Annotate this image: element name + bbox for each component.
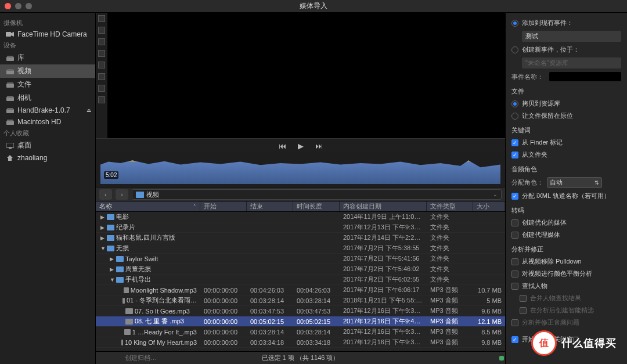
nav-forward-button[interactable]: ›	[116, 189, 128, 200]
cell-created: 2017年12月16日 下午9:44:…	[340, 316, 427, 326]
cell-end	[247, 217, 293, 218]
table-row[interactable]: ▶猫和老鼠.四川方言版2017年12月14日 下午2:28:…文件夹	[96, 233, 505, 243]
cell-start	[200, 279, 247, 280]
close-icon[interactable]	[5, 3, 11, 9]
color-balance-row[interactable]: 对视频进行颜色平衡分析	[511, 269, 621, 278]
table-row[interactable]: ▶电影2014年11月9日 上午11:07:…文件夹	[96, 212, 505, 222]
sidebar-item[interactable]: Macintosh HD	[0, 116, 95, 128]
thumb-checkbox[interactable]	[98, 27, 105, 34]
thumb-checkbox[interactable]	[98, 62, 105, 69]
cell-created: 2017年12月16日 下午9:35:…	[340, 306, 427, 316]
disclosure-icon[interactable]: ▶	[100, 235, 105, 241]
eject-icon[interactable]: ⏏	[87, 107, 92, 113]
sidebar-item[interactable]: 文件	[0, 78, 95, 91]
leave-in-place-row[interactable]: 让文件保留在原位	[511, 111, 621, 120]
checkbox-ixml[interactable]	[511, 193, 518, 200]
create-proxy-row[interactable]: 创建代理媒体	[511, 230, 621, 239]
sidebar-item[interactable]: FaceTime HD Camera	[0, 28, 95, 40]
disclosure-icon[interactable]: ▶	[110, 256, 114, 262]
table-row[interactable]: ▼手机导出2017年7月2日 下午6:02:55文件夹	[96, 275, 505, 285]
radio-leave[interactable]	[511, 113, 518, 120]
cell-size	[473, 279, 505, 280]
table-row[interactable]: 01 - 冬季到台北來看雨…00:00:00:0000:03:28:1400:0…	[96, 295, 505, 306]
col-name[interactable]: 名称˄	[96, 201, 200, 211]
assign-ixml-row[interactable]: 分配 iXML 轨道名称（若可用）	[511, 192, 621, 200]
keywords-heading: 关键词	[511, 126, 621, 135]
radio-add-existing[interactable]	[511, 20, 518, 27]
from-finder-row[interactable]: 从 Finder 标记	[511, 138, 621, 147]
create-archive-button[interactable]: 创建归档…	[125, 354, 157, 362]
add-to-existing-row[interactable]: 添加到现有事件：	[511, 19, 621, 27]
disclosure-icon[interactable]: ▶	[110, 266, 114, 272]
table-row[interactable]: 10 King Of My Heart.mp300:00:00:0000:03:…	[96, 337, 505, 348]
find-people-row[interactable]: 查找人物	[511, 282, 621, 290]
col-end[interactable]: 结束	[247, 201, 293, 211]
disclosure-icon[interactable]: ▼	[100, 246, 105, 251]
cell-start	[200, 237, 247, 239]
disclosure-icon[interactable]: ▶	[100, 225, 105, 230]
checkbox-finder[interactable]	[511, 139, 518, 146]
cell-end	[247, 279, 293, 280]
thumb-checkbox[interactable]	[98, 50, 105, 57]
sidebar-item[interactable]: HandBrake-1.0.7⏏	[0, 104, 95, 116]
checkbox-color[interactable]	[511, 271, 518, 277]
sidebar-item[interactable]: 相机	[0, 91, 95, 104]
role-select[interactable]: 自动⇅	[547, 177, 602, 188]
table-row[interactable]: ▶周董无损2017年7月2日 下午5:46:02文件夹	[96, 264, 505, 275]
checkbox-close-after[interactable]	[511, 336, 518, 343]
thumb-checkbox[interactable]	[98, 85, 105, 92]
thumb-checkbox[interactable]	[98, 73, 105, 80]
existing-event-select[interactable]: 测试	[522, 31, 621, 42]
table-row[interactable]: 08. 七 里 香 .mp300:00:00:0000:05:02:1500:0…	[96, 316, 505, 327]
table-row[interactable]: ▶Taylor Swift2017年7月2日 下午5:41:56文件夹	[96, 254, 505, 264]
table-row[interactable]: ▶纪录片2017年12月13日 下午9:30:…文件夹	[96, 222, 505, 233]
thumb-checkbox[interactable]	[98, 15, 105, 22]
table-row[interactable]: Moonlight Shadow.mp300:00:00:0000:04:26:…	[96, 285, 505, 295]
table-row[interactable]: 07. So It Goes.mp300:00:00:0000:03:47:53…	[96, 306, 505, 316]
cell-end: 00:03:34:18	[247, 338, 293, 347]
next-button[interactable]: ⏭	[315, 142, 323, 150]
prev-button[interactable]: ⏮	[279, 142, 286, 150]
col-duration[interactable]: 时间长度	[293, 201, 340, 211]
copy-to-library-row[interactable]: 拷贝到资源库	[511, 99, 621, 108]
play-button[interactable]: ▶	[298, 142, 304, 150]
col-start[interactable]: 开始	[200, 201, 247, 211]
zoom-icon[interactable]	[26, 3, 32, 9]
nav-back-button[interactable]: ‹	[99, 189, 112, 200]
minimize-icon[interactable]	[15, 3, 21, 9]
radio-copy[interactable]	[511, 100, 518, 107]
sidebar-item[interactable]: zhaoliang	[0, 152, 95, 164]
table-row[interactable]: 1 …Ready For It_.mp300:00:00:0000:03:28:…	[96, 327, 505, 337]
tray-icon	[6, 68, 14, 75]
waveform-area[interactable]: 5:02	[96, 153, 505, 188]
col-size[interactable]: 大小	[473, 201, 505, 211]
checkbox-proxy[interactable]	[511, 232, 518, 239]
preview-viewport	[107, 13, 505, 138]
sidebar-item[interactable]: 桌面	[0, 139, 95, 152]
tray-icon	[6, 107, 14, 114]
checkbox-smart	[520, 307, 527, 314]
thumb-checkbox[interactable]	[98, 96, 105, 103]
disclosure-icon[interactable]: ▶	[100, 214, 105, 220]
disclosure-icon[interactable]: ▼	[110, 277, 114, 283]
svg-rect-1	[6, 57, 14, 61]
cell-size: 5 MB	[473, 297, 505, 305]
sidebar-item[interactable]: 视频	[0, 64, 95, 78]
table-row[interactable]: ▼无损2017年7月2日 下午5:38:55文件夹	[96, 243, 505, 254]
event-name-input[interactable]	[549, 72, 621, 81]
remove-pulldown-row[interactable]: 从视频移除 Pulldown	[511, 257, 621, 266]
col-created[interactable]: 内容创建日期	[340, 201, 427, 211]
checkbox-people[interactable]	[511, 283, 518, 290]
path-field[interactable]: 视频 ⌄	[132, 189, 502, 200]
col-type[interactable]: 文件类型	[427, 201, 473, 211]
from-folder-row[interactable]: 从文件夹	[511, 150, 621, 159]
create-optimized-row[interactable]: 创建优化的媒体	[511, 218, 621, 227]
create-new-event-row[interactable]: 创建新事件，位于：	[511, 45, 621, 54]
checkbox-pulldown[interactable]	[511, 258, 518, 265]
thumb-checkbox[interactable]	[98, 38, 105, 45]
checkbox-folder[interactable]	[511, 152, 518, 158]
cell-name: ▶纪录片	[96, 222, 200, 232]
sidebar-item[interactable]: 库	[0, 51, 95, 64]
checkbox-optimized[interactable]	[511, 219, 518, 226]
radio-create-new[interactable]	[511, 46, 518, 53]
